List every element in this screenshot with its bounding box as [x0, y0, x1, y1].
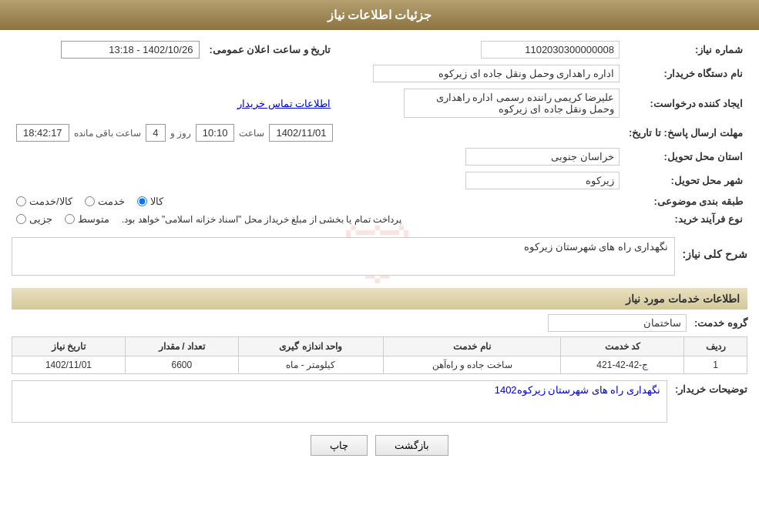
purchase-type-note: پرداخت تمام یا بخشی از مبلغ خریداز محل "…: [122, 214, 401, 225]
buyer-description-section: توضیحات خریدار: نگهداری راه های شهرستان …: [12, 380, 747, 423]
service-group-row: گروه خدمت: ساختمان: [12, 314, 747, 332]
response-remaining: 18:42:17: [16, 124, 69, 142]
response-time-label: ساعت: [239, 128, 264, 139]
page-wrapper: جزئیات اطلاعات نیاز شماره نیاز: 11020303…: [0, 0, 759, 532]
col-header-date: تاریخ نیاز: [12, 337, 126, 356]
response-date: 1402/11/01: [269, 124, 333, 142]
table-row: شهر محل تحویل: زیرکوه: [12, 169, 747, 192]
page-header: جزئیات اطلاعات نیاز: [0, 0, 759, 30]
response-days: 4: [146, 124, 165, 142]
creator-value: علیرضا کریمی راننده رسمی اداره راهداری و…: [404, 89, 620, 118]
buyer-org-label: نام دستگاه خریدار:: [624, 62, 747, 85]
print-button[interactable]: چاپ: [311, 435, 368, 456]
cell-qty: 6600: [125, 356, 238, 374]
province-value: خراسان جنوبی: [465, 148, 620, 166]
cell-name: ساخت جاده و راه‌آهن: [383, 356, 561, 374]
bottom-buttons: بازگشت چاپ: [12, 435, 747, 456]
category-radio-kala-khedmat[interactable]: [16, 196, 26, 206]
table-row: ایجاد کننده درخواست: علیرضا کریمی راننده…: [12, 85, 747, 121]
services-section-title: اطلاعات خدمات مورد نیاز: [12, 288, 747, 309]
table-row: مهلت ارسال پاسخ: تا تاریخ: 18:42:17 ساعت…: [12, 121, 747, 145]
info-table: شماره نیاز: 1102030300000008 تاریخ و ساع…: [12, 38, 747, 228]
category-option-kala[interactable]: کالا: [137, 196, 163, 207]
table-row: استان محل تحویل: خراسان جنوبی: [12, 145, 747, 169]
page-title: جزئیات اطلاعات نیاز: [327, 8, 432, 22]
table-row: شماره نیاز: 1102030300000008 تاریخ و ساع…: [12, 38, 747, 62]
table-row: طبقه بندی موضوعی: کالا/خدمت خدمت کالا: [12, 192, 747, 210]
category-label-khedmat: خدمت: [98, 196, 125, 207]
category-option-kala-khedmat[interactable]: کالا/خدمت: [16, 196, 72, 207]
table-row: نوع فرآیند خرید: جزیی متوسط پرداخت تمام …: [12, 210, 747, 228]
announce-value: 1402/10/26 - 13:18: [61, 41, 200, 59]
creator-label: ایجاد کننده درخواست:: [624, 85, 747, 121]
main-content: شماره نیاز: 1102030300000008 تاریخ و ساع…: [0, 30, 759, 471]
cell-date: 1402/11/01: [12, 356, 126, 374]
category-radio-khedmat[interactable]: [85, 196, 95, 206]
announce-label: تاریخ و ساعت اعلان عمومی:: [204, 38, 335, 62]
category-radio-kala[interactable]: [137, 196, 147, 206]
category-label-kala-khedmat: کالا/خدمت: [29, 196, 72, 207]
response-deadline-row: 18:42:17 ساعت باقی مانده 4 روز و 10:10 س…: [16, 124, 620, 142]
category-label: طبقه بندی موضوعی:: [624, 192, 747, 210]
purchase-type-label-motavasset: متوسط: [78, 213, 109, 225]
table-row: 1 ج-42-42-421 ساخت جاده و راه‌آهن کیلومت…: [12, 356, 747, 374]
table-row: نام دستگاه خریدار: اداره راهداری وحمل ون…: [12, 62, 747, 85]
purchase-radio-jozi[interactable]: [16, 214, 26, 224]
purchase-type-label-jozi: جزیی: [29, 213, 52, 225]
service-group-value: ساختمان: [548, 314, 687, 332]
category-label-kala: کالا: [150, 196, 163, 207]
need-number-value: 1102030300000008: [481, 41, 620, 59]
purchase-type-row: جزیی متوسط پرداخت تمام یا بخشی از مبلغ خ…: [16, 213, 620, 225]
col-header-name: نام خدمت: [383, 337, 561, 356]
category-radio-group: کالا/خدمت خدمت کالا: [16, 196, 620, 207]
col-header-code: کد خدمت: [561, 337, 684, 356]
category-option-khedmat[interactable]: خدمت: [85, 196, 125, 207]
cell-code: ج-42-42-421: [561, 356, 684, 374]
need-description-section: 🛡 شرح کلی نیاز: نگهداری راه های شهرستان …: [12, 233, 747, 280]
buyer-org-value: اداره راهداری وحمل ونقل جاده ای زیرکوه: [373, 65, 620, 82]
col-header-rownum: ردیف: [684, 337, 747, 356]
buyer-description-label: توضیحات خریدار:: [675, 380, 747, 395]
city-label: شهر محل تحویل:: [624, 169, 747, 192]
purchase-type-label: نوع فرآیند خرید:: [624, 210, 747, 228]
purchase-type-jozi[interactable]: جزیی: [16, 213, 52, 225]
buyer-description-value: نگهداری راه های شهرستان زیرکوه1402: [12, 380, 667, 423]
need-description-label: شرح کلی نیاز:: [683, 245, 747, 260]
response-remaining-label: ساعت باقی مانده: [74, 128, 142, 139]
services-table: ردیف کد خدمت نام خدمت واحد اندازه گیری ت…: [12, 336, 747, 374]
response-deadline-label: مهلت ارسال پاسخ: تا تاریخ:: [624, 121, 747, 145]
response-day-label: روز و: [170, 128, 191, 139]
response-time: 10:10: [196, 124, 235, 142]
col-header-qty: تعداد / مقدار: [125, 337, 238, 356]
need-number-label: شماره نیاز:: [624, 38, 747, 62]
city-value: زیرکوه: [465, 172, 620, 189]
province-label: استان محل تحویل:: [624, 145, 747, 169]
purchase-type-motavasset[interactable]: متوسط: [65, 213, 109, 225]
creator-contact-link[interactable]: اطلاعات تماس خریدار: [237, 98, 331, 109]
table-header-row: ردیف کد خدمت نام خدمت واحد اندازه گیری ت…: [12, 337, 747, 356]
purchase-radio-motavasset[interactable]: [65, 214, 75, 224]
col-header-unit: واحد اندازه گیری: [238, 337, 383, 356]
back-button[interactable]: بازگشت: [375, 435, 448, 456]
cell-unit: کیلومتر - ماه: [238, 356, 383, 374]
cell-rownum: 1: [684, 356, 747, 374]
need-description-value: نگهداری راه های شهرستان زیرکوه: [12, 237, 675, 276]
service-group-label: گروه خدمت:: [694, 317, 747, 329]
